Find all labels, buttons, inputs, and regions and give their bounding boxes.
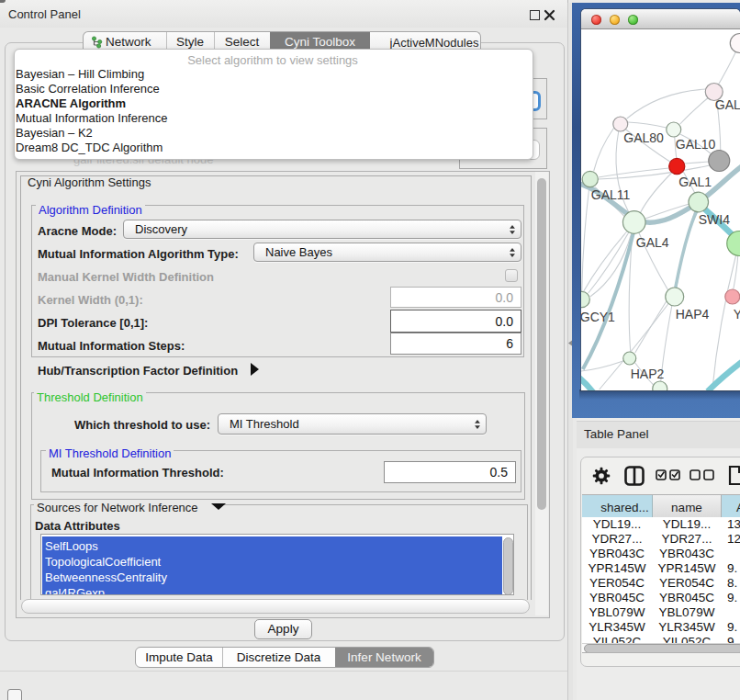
svg-text:HAP4: HAP4	[676, 307, 710, 322]
svg-text:HAP2: HAP2	[631, 367, 665, 381]
svg-text:GAL11: GAL11	[591, 187, 631, 202]
svg-text:Y: Y	[734, 307, 740, 322]
svg-text:GAL80: GAL80	[623, 130, 664, 145]
svg-text:GAL1: GAL1	[678, 175, 712, 189]
svg-text:SWI4: SWI4	[699, 212, 730, 227]
svg-text:GCY1: GCY1	[581, 310, 615, 324]
svg-text:GAL10: GAL10	[676, 137, 716, 152]
svg-text:GAL2: GAL2	[715, 97, 740, 112]
svg-text:GAL4: GAL4	[636, 235, 669, 250]
